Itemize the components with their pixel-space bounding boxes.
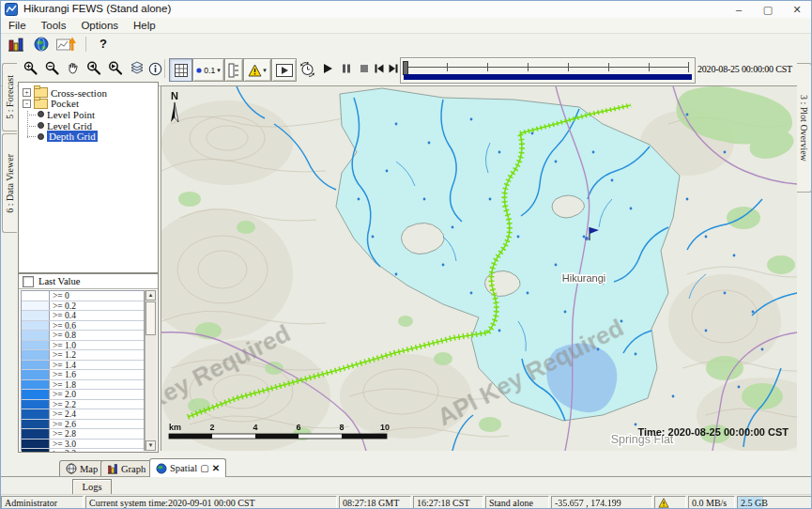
legend-row[interactable]: >= 2.8: [22, 429, 144, 440]
legend-scrollbar[interactable]: ▲ ▼: [145, 290, 157, 451]
wire-globe-icon: [66, 463, 77, 474]
map-view[interactable]: API Key Required API Key Required Hikura…: [161, 85, 797, 451]
legend-row[interactable]: >= 0.8: [22, 331, 144, 341]
legend-title: Last Value: [38, 276, 80, 286]
legend-row[interactable]: >= 1.6: [22, 370, 144, 380]
status-coordinates: -35.657 , 174.199: [551, 496, 652, 509]
collapse-icon[interactable]: -: [23, 100, 31, 108]
zoom-next-icon[interactable]: [106, 59, 125, 78]
legend-row-label: >= 2.6: [50, 420, 144, 429]
tab-forecast[interactable]: 5 : Forecast: [2, 63, 17, 131]
legend-swatch: [22, 311, 50, 320]
legend-row[interactable]: >= 2.2: [22, 400, 144, 410]
legend-row[interactable]: >= 0.4: [22, 311, 144, 321]
menu-file[interactable]: File: [8, 20, 26, 31]
legend-row[interactable]: >= 1.0: [22, 341, 144, 351]
legend-row-label: >= 2.4: [50, 409, 144, 419]
legend-row-label: >= 0.6: [50, 321, 144, 331]
warning-threshold-dropdown[interactable]: ▾: [243, 58, 271, 82]
scroll-down-icon[interactable]: ▼: [146, 440, 156, 451]
legend-row[interactable]: >= 2.0: [22, 390, 144, 400]
legend-row[interactable]: >= 3.2: [22, 449, 144, 453]
timeline-slider[interactable]: [400, 57, 696, 84]
tree-node-pocket[interactable]: - Pocket: [19, 99, 158, 110]
status-network-rate: 0.0 MB/s: [688, 496, 735, 509]
zoom-in-icon[interactable]: [22, 59, 40, 78]
legend-row-label: >= 1.4: [50, 361, 144, 370]
tab-plot-overview[interactable]: 3 : Plot Overview: [797, 63, 812, 193]
legend-row[interactable]: >= 1.4: [22, 361, 144, 371]
map-time-label: Time: 2020-08-25 00:00:00 CST: [637, 426, 789, 438]
status-mode: Stand alone: [485, 496, 549, 509]
tree-node-level-point[interactable]: Level Point: [19, 109, 158, 120]
legend-row[interactable]: >= 1.2: [22, 350, 144, 361]
folder-icon: [34, 99, 48, 109]
legend-toggle-button[interactable]: [224, 58, 243, 82]
threshold-value-dropdown[interactable]: 0.1 ▾: [192, 58, 224, 82]
timeseries-display-icon[interactable]: [55, 36, 78, 53]
scale-unit: km: [169, 423, 181, 432]
tree-node-label: Level Point: [47, 109, 95, 120]
pan-hand-icon[interactable]: [64, 59, 83, 78]
scrollbar-thumb[interactable]: [146, 301, 156, 335]
explorer-icon[interactable]: [7, 36, 25, 53]
legend-swatch: [22, 390, 50, 399]
close-panel-icon[interactable]: ✕: [212, 464, 220, 473]
animation-timer-icon[interactable]: [298, 59, 316, 78]
legend-row[interactable]: >= 3.0: [22, 440, 144, 450]
legend-row[interactable]: >= 0.2: [22, 301, 144, 312]
timeline-datetime: 2020-08-25 00:00:00 CST: [697, 64, 792, 74]
legend-row-label: >= 0.2: [50, 301, 144, 311]
animation-movie-button[interactable]: [271, 58, 297, 82]
tree-node-level-grid[interactable]: Level Grid: [19, 120, 158, 131]
help-icon[interactable]: ?: [95, 35, 112, 53]
warning-icon: [658, 498, 669, 508]
grid-display-button[interactable]: [169, 58, 192, 82]
pause-button[interactable]: [339, 61, 354, 76]
tab-data-viewer[interactable]: 6 : Data Viewer: [2, 133, 17, 233]
status-warning-cell[interactable]: [654, 496, 686, 509]
menu-help[interactable]: Help: [133, 20, 156, 31]
globe-icon: [156, 463, 167, 474]
step-back-button[interactable]: [373, 61, 386, 76]
legend-row[interactable]: >= 2.6: [22, 420, 144, 430]
timeline-handle[interactable]: [403, 61, 408, 75]
play-button[interactable]: [320, 61, 335, 76]
tab-graph-label: Graph: [121, 464, 146, 474]
tab-map[interactable]: Map: [59, 460, 104, 476]
legend-row-label: >= 0.4: [50, 311, 144, 320]
info-icon[interactable]: [146, 59, 163, 78]
legend-row[interactable]: >= 1.8: [22, 380, 144, 391]
menu-tools[interactable]: Tools: [41, 20, 67, 31]
zoom-previous-icon[interactable]: [84, 59, 103, 78]
tab-spatial[interactable]: Spatial ▢ ✕: [149, 458, 226, 477]
menu-options[interactable]: Options: [81, 20, 118, 31]
close-button[interactable]: ✕: [783, 2, 811, 17]
scroll-up-icon[interactable]: ▲: [146, 290, 156, 301]
status-memory: 2.5 GB: [737, 496, 812, 509]
maximize-button[interactable]: ▢: [754, 2, 782, 17]
status-bar: Administrator Current system time:2020-0…: [1, 494, 811, 509]
tree-node-depth-grid[interactable]: Depth Grid: [19, 131, 158, 142]
legend-swatch: [22, 440, 50, 449]
svg-text:8: 8: [339, 423, 344, 432]
expand-icon[interactable]: +: [23, 88, 31, 97]
tab-forecast-label: 5 : Forecast: [5, 75, 15, 119]
legend-row[interactable]: >= 0: [22, 291, 144, 301]
zoom-out-icon[interactable]: [43, 59, 62, 78]
step-forward-button[interactable]: [387, 61, 400, 76]
svg-text:10: 10: [380, 423, 390, 432]
last-value-checkbox[interactable]: [23, 276, 34, 287]
legend-header: Last Value: [19, 274, 158, 289]
layers-icon[interactable]: [129, 59, 146, 78]
logs-button[interactable]: Logs: [72, 479, 112, 495]
legend-row[interactable]: >= 0.6: [22, 321, 144, 332]
minimize-button[interactable]: –: [725, 2, 753, 17]
map-display-icon[interactable]: [32, 36, 51, 53]
legend-row[interactable]: >= 2.4: [22, 409, 144, 420]
svg-text:6: 6: [296, 423, 300, 432]
stop-button[interactable]: [357, 61, 372, 76]
svg-text:4: 4: [253, 423, 257, 432]
float-panel-icon[interactable]: ▢: [200, 464, 208, 473]
tab-graph[interactable]: Graph: [100, 460, 152, 476]
